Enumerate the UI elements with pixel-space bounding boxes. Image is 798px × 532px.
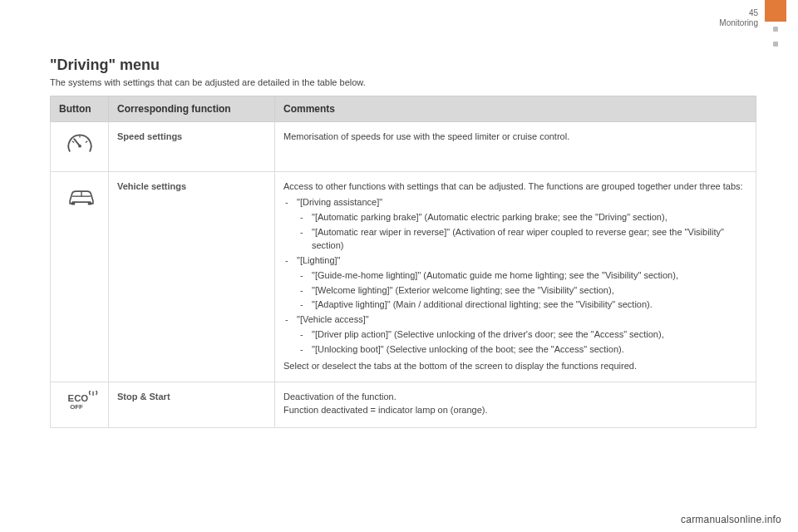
inactive-section-tab — [765, 22, 786, 37]
table-header-row: Button Corresponding function Comments — [51, 96, 756, 122]
group-label: "[Vehicle access]" — [297, 314, 369, 324]
sub-item: "[Guide-me-home lighting]" (Automatic gu… — [297, 269, 747, 283]
group-item: "[Driving assistance]" "[Automatic parki… — [283, 196, 747, 253]
page: 45 Monitoring "Driving" menu The systems… — [0, 0, 798, 532]
sub-item: "[Welcome lighting]" (Exterior welcome l… — [297, 284, 747, 298]
comments-line: Deactivation of the function. — [283, 391, 747, 404]
svg-rect-8 — [87, 202, 91, 204]
page-side-tabs — [765, 0, 786, 52]
page-title: "Driving" menu — [50, 57, 756, 74]
inactive-section-tab — [765, 37, 786, 52]
svg-text:ECO: ECO — [67, 393, 88, 403]
group-subitems: "[Automatic parking brake]" (Automatic e… — [297, 211, 747, 253]
settings-table: Button Corresponding function Comments — [50, 96, 756, 428]
group-label: "[Driving assistance]" — [297, 197, 382, 207]
comments-cell: Memorisation of speeds for use with the … — [275, 122, 756, 172]
sub-item: "[Adaptive lighting]" (Main / additional… — [297, 298, 747, 312]
watermark-footer: carmanualsonline.info — [681, 514, 781, 525]
function-name: Vehicle settings — [109, 171, 275, 382]
car-icon — [66, 185, 94, 214]
col-function: Corresponding function — [109, 96, 275, 122]
comments-outro: Select or deselect the tabs at the botto… — [283, 360, 747, 373]
function-name: Speed settings — [109, 122, 275, 172]
col-button: Button — [51, 96, 109, 122]
group-item: "[Vehicle access]" "[Driver plip action]… — [283, 313, 747, 357]
sub-item: "[Automatic rear wiper in reverse]" (Act… — [297, 226, 747, 253]
page-number: 45 — [719, 8, 758, 18]
dot-icon — [773, 27, 778, 32]
svg-rect-7 — [71, 202, 74, 204]
sub-item: "[Automatic parking brake]" (Automatic e… — [297, 211, 747, 224]
group-label: "[Lighting]" — [297, 255, 340, 265]
settings-groups: "[Driving assistance]" "[Automatic parki… — [283, 196, 747, 357]
comments-line: Function deactivated = indicator lamp on… — [283, 404, 747, 417]
stop-start-off-icon: ECO OFF — [66, 391, 94, 419]
col-comments: Comments — [275, 96, 756, 122]
comments-cell: Deactivation of the function. Function d… — [275, 382, 756, 428]
button-icon-cell — [51, 122, 109, 172]
svg-point-1 — [78, 145, 81, 148]
comments-cell: Access to other functions with settings … — [275, 171, 756, 382]
svg-line-3 — [85, 141, 87, 143]
intro-text: The systems with settings that can be ad… — [50, 77, 756, 87]
section-name: Monitoring — [719, 18, 758, 28]
comments-intro: Access to other functions with settings … — [283, 180, 747, 194]
group-subitems: "[Guide-me-home lighting]" (Automatic gu… — [297, 269, 747, 313]
button-icon-cell — [51, 171, 109, 382]
dot-icon — [773, 42, 778, 47]
active-section-tab — [765, 0, 786, 22]
svg-text:OFF: OFF — [70, 404, 83, 411]
svg-line-2 — [71, 141, 74, 143]
function-name: Stop & Start — [109, 382, 275, 428]
table-row: ECO OFF Stop & Start Deactivation of the… — [51, 382, 756, 428]
speedometer-icon — [66, 131, 94, 159]
table-row: Vehicle settings Access to other functio… — [51, 171, 756, 382]
table-row: Speed settings Memorisation of speeds fo… — [51, 122, 756, 172]
button-icon-cell: ECO OFF — [51, 382, 109, 428]
sub-item: "[Unlocking boot]" (Selective unlocking … — [297, 343, 747, 357]
group-subitems: "[Driver plip action]" (Selective unlock… — [297, 328, 747, 357]
page-header: 45 Monitoring — [719, 8, 758, 27]
sub-item: "[Driver plip action]" (Selective unlock… — [297, 328, 747, 342]
group-item: "[Lighting]" "[Guide-me-home lighting]" … — [283, 254, 747, 313]
